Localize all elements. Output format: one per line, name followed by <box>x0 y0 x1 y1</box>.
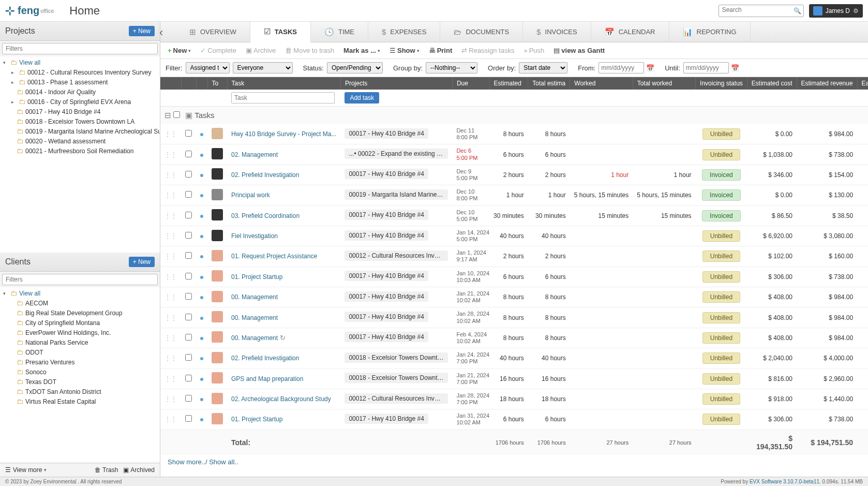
sidebar-item-project[interactable]: 🗀00018 - Excelsior Towers Downtown LA <box>0 116 160 126</box>
sidebar-item-project[interactable]: ▸🗀00016 - City of Springfield EVX Arena <box>0 97 160 107</box>
avatar[interactable] <box>212 209 223 220</box>
sidebar-item-client[interactable]: 🗀Presario Ventures <box>0 357 160 367</box>
sidebar-item-project[interactable]: 🗀00014 - Indoor Air Quality <box>0 87 160 97</box>
table-row[interactable]: ⋮⋮00. Management↻00017 - Hwy 410 Bridge … <box>160 328 868 348</box>
tab-documents[interactable]: 🗁DOCUMENTS <box>440 22 523 42</box>
avatar[interactable] <box>212 148 223 159</box>
user-menu[interactable]: James D ⚙ <box>809 4 863 18</box>
collapse-icon[interactable]: ▾ <box>3 291 8 296</box>
row-checkbox[interactable] <box>185 415 192 422</box>
drag-handle-icon[interactable]: ⋮⋮ <box>164 314 177 321</box>
project-badge[interactable]: 00017 - Hwy 410 Bridge #4 <box>345 271 428 281</box>
reassign-button[interactable]: ⇄Reassign tasks <box>459 46 516 55</box>
sidebar-item-client[interactable]: 🗀Sonoco <box>0 367 160 377</box>
projects-view-all[interactable]: ▾ 🗀 View all <box>0 57 160 67</box>
project-badge[interactable]: 00017 - Hwy 410 Bridge #4 <box>345 414 428 424</box>
avatar[interactable] <box>212 230 223 241</box>
task-link[interactable]: 02. Prefield Investigation <box>231 355 299 362</box>
col-task[interactable]: Task <box>227 77 340 90</box>
table-row[interactable]: ⋮⋮Hwy 410 Bridge Survey - Project Ma...0… <box>160 124 868 144</box>
drag-handle-icon[interactable]: ⋮⋮ <box>164 232 177 240</box>
software-link[interactable]: EVX Software 3.10.7.0-beta11 <box>750 479 819 484</box>
drag-handle-icon[interactable]: ⋮⋮ <box>164 192 177 199</box>
avatar[interactable] <box>212 311 223 322</box>
search-input[interactable] <box>722 6 792 13</box>
table-row[interactable]: ⋮⋮01. Project Startup00017 - Hwy 410 Bri… <box>160 267 868 287</box>
project-badge[interactable]: 00019 - Margarita Island Marine Arche... <box>345 189 448 200</box>
row-checkbox[interactable] <box>185 293 192 300</box>
sidebar-item-project[interactable]: 🗀00017 - Hwy 410 Bridge #4 <box>0 107 160 116</box>
row-checkbox[interactable] <box>185 314 192 320</box>
row-checkbox[interactable] <box>185 395 192 402</box>
project-badge[interactable]: 00018 - Excelsior Towers Downtown L... <box>345 373 448 383</box>
sidebar-item-client[interactable]: 🗀Virtus Real Estate Capital <box>0 396 160 406</box>
project-badge[interactable]: 00017 - Hwy 410 Bridge #4 <box>345 128 428 139</box>
table-row[interactable]: ⋮⋮02. Archeological Background Study0001… <box>160 389 868 409</box>
avatar[interactable] <box>212 372 223 384</box>
row-checkbox[interactable] <box>185 130 192 137</box>
task-link[interactable]: 02. Management <box>231 151 278 158</box>
col-rev[interactable]: Estimated revenue <box>797 77 857 90</box>
row-checkbox[interactable] <box>185 273 192 279</box>
project-badge[interactable]: 00017 - Hwy 410 Bridge #4 <box>345 312 428 322</box>
avatar[interactable] <box>212 250 223 261</box>
trash-link[interactable]: 🗑Trash <box>95 466 118 474</box>
view-more-link[interactable]: ☰ View more ▾ <box>5 466 47 474</box>
collapse-icon[interactable]: ▾ <box>3 60 8 65</box>
order-select[interactable]: Start date <box>519 62 567 73</box>
project-badge[interactable]: 00017 - Hwy 410 Bridge #4 <box>345 210 428 220</box>
col-projects[interactable]: Projects <box>340 77 452 90</box>
sidebar-item-project[interactable]: ▸🗀00013 - Phase 1 assessment <box>0 77 160 87</box>
drag-handle-icon[interactable]: ⋮⋮ <box>164 416 177 423</box>
from-date-input[interactable] <box>598 62 644 73</box>
sidebar-item-project[interactable]: 🗀00021 - Murfreesboro Soil Remediation <box>0 146 160 156</box>
new-task-input[interactable] <box>231 92 335 104</box>
status-select[interactable]: Open/Pending <box>327 62 383 73</box>
table-row[interactable]: ⋮⋮01. Project Startup00017 - Hwy 410 Bri… <box>160 409 868 430</box>
tab-time[interactable]: 🕓TIME <box>311 22 368 42</box>
sidebar-item-client[interactable]: 🗀TxDOT San Antonio District <box>0 387 160 396</box>
sidebar-item-client[interactable]: 🗀Texas DOT <box>0 377 160 387</box>
row-checkbox[interactable] <box>185 375 192 381</box>
task-link[interactable]: Fiel Investigation <box>231 232 278 240</box>
task-link[interactable]: 03. Prefield Coordination <box>231 212 300 219</box>
table-row[interactable]: ⋮⋮01. Request Project Assistance00012 - … <box>160 246 868 267</box>
tab-overview[interactable]: ⊞OVERVIEW <box>176 22 250 42</box>
archive-button[interactable]: ▣Archive <box>244 46 278 55</box>
tab-invoices[interactable]: $INVOICES <box>523 22 591 42</box>
drag-handle-icon[interactable]: ⋮⋮ <box>164 395 177 403</box>
expand-icon[interactable]: ▸ <box>11 80 17 85</box>
table-row[interactable]: ⋮⋮00. Management00017 - Hwy 410 Bridge #… <box>160 307 868 328</box>
print-button[interactable]: 🖶Print <box>427 46 455 55</box>
task-link[interactable]: Principal work <box>231 192 270 199</box>
col-totwork[interactable]: Total worked <box>633 77 695 90</box>
expand-icon[interactable]: ▣ <box>185 111 192 120</box>
project-badge[interactable]: ...• 00022 - Expand the existing soil va… <box>345 149 448 159</box>
task-link[interactable]: 01. Project Startup <box>231 273 282 281</box>
calendar-icon[interactable]: 📅 <box>646 64 654 72</box>
project-badge[interactable]: 00012 - Cultural Resources Inventory ... <box>345 251 448 261</box>
tab-expenses[interactable]: $EXPENSES <box>368 22 440 42</box>
search-icon[interactable]: 🔍 <box>794 7 801 14</box>
avatar[interactable] <box>212 352 223 363</box>
group-checkbox[interactable] <box>173 111 180 118</box>
col-invoicing[interactable]: Invoicing status <box>696 77 747 90</box>
task-link[interactable]: GPS and Map preparation <box>231 375 303 382</box>
drag-handle-icon[interactable]: ⋮⋮ <box>164 375 177 382</box>
avatar[interactable] <box>212 291 223 302</box>
col-estimated[interactable]: Estimated <box>489 77 528 90</box>
complete-button[interactable]: ✓Complete <box>198 46 238 55</box>
projects-filter-input[interactable] <box>2 43 158 54</box>
tab-calendar[interactable]: 📅CALENDAR <box>591 22 669 42</box>
avatar[interactable] <box>212 270 223 282</box>
group-select[interactable]: --Nothing-- <box>426 62 477 73</box>
clients-filter-input[interactable] <box>2 274 158 285</box>
mark-as-button[interactable]: Mark as ...▾ <box>341 46 382 55</box>
col-earn[interactable]: Earn <box>857 77 868 90</box>
col-totest[interactable]: Total estima <box>528 77 570 90</box>
task-link[interactable]: 00. Management <box>231 293 278 301</box>
row-checkbox[interactable] <box>185 212 192 218</box>
table-row[interactable]: ⋮⋮02. Management...• 00022 - Expand the … <box>160 144 868 165</box>
col-due[interactable]: Due <box>452 77 489 90</box>
add-task-button[interactable]: Add task <box>345 92 379 104</box>
